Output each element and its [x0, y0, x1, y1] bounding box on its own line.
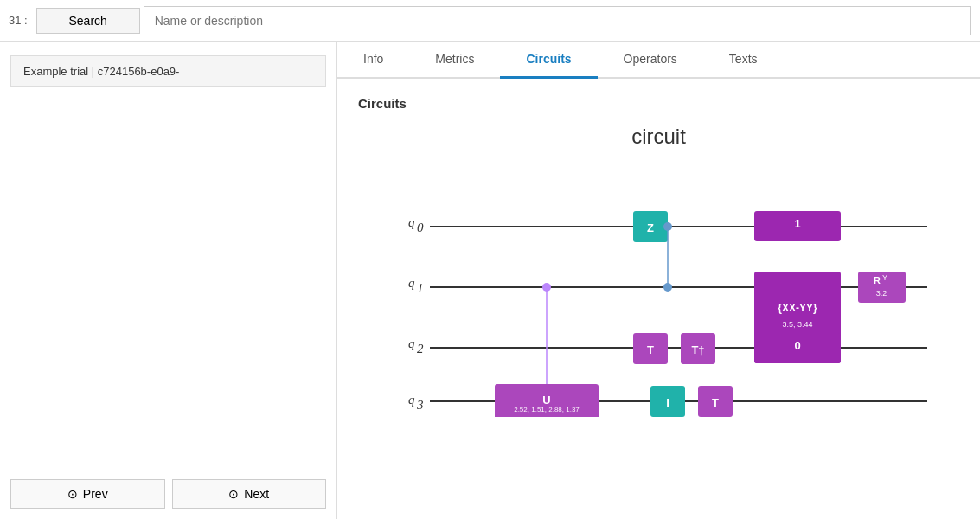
- gate-U-params: 2.52, 1.51, 2.88, 1.37: [514, 406, 580, 413]
- right-panel: Info Metrics Circuits Operators Texts Ci…: [337, 42, 980, 519]
- next-button[interactable]: ⊙ Next: [172, 479, 327, 509]
- tab-operators[interactable]: Operators: [598, 42, 703, 79]
- gate-RY-params: 3.2: [875, 289, 887, 298]
- section-title: Circuits: [358, 96, 959, 111]
- top-bar: 31 : Search: [0, 0, 980, 42]
- page-number: 31 :: [9, 14, 28, 27]
- prev-button[interactable]: ⊙ Prev: [10, 479, 165, 509]
- gate-RY-subscript: Y: [881, 273, 887, 282]
- qubit-3-sub: 3: [416, 398, 424, 412]
- circuit-container: circuit q 0 q 1 q 2 q 3: [358, 125, 959, 417]
- main-layout: Example trial | c724156b-e0a9- ⊙ Prev ⊙ …: [0, 42, 980, 519]
- tab-circuits[interactable]: Circuits: [500, 42, 597, 79]
- gate-RY-label: R: [874, 275, 881, 285]
- gate-XXYY-params: 3.5, 3.44: [782, 320, 812, 329]
- circuit-svg: q 0 q 1 q 2 q 3: [358, 175, 959, 417]
- prev-arrow-icon: ⊙: [67, 487, 78, 501]
- tab-texts[interactable]: Texts: [703, 42, 784, 79]
- next-label: Next: [244, 487, 269, 501]
- content-area: Circuits circuit q 0 q 1 q 2 q 3: [337, 79, 980, 519]
- qubit-2-sub: 2: [417, 342, 424, 356]
- gate-T-q3-label: T: [712, 396, 719, 409]
- control-dot-U: [542, 283, 551, 292]
- connect-dot-0: [663, 222, 672, 231]
- tab-metrics[interactable]: Metrics: [409, 42, 500, 79]
- qubit-1-label: q: [408, 276, 415, 290]
- circuit-title: circuit: [631, 125, 686, 149]
- gate-T-q2-label: T: [647, 343, 654, 356]
- prev-label: Prev: [83, 487, 108, 501]
- gate-XXYY-top-label: 1: [794, 217, 800, 230]
- gate-Tdagger-label: T†: [691, 343, 704, 356]
- trial-item[interactable]: Example trial | c724156b-e0a9-: [10, 55, 326, 87]
- gate-U-label: U: [542, 394, 550, 407]
- gate-I-label: I: [666, 396, 669, 409]
- gate-XXYY-bottom-label: 0: [794, 339, 800, 352]
- qubit-3-label: q: [408, 393, 415, 407]
- bottom-nav: ⊙ Prev ⊙ Next: [0, 469, 336, 519]
- tab-info[interactable]: Info: [337, 42, 409, 79]
- gate-XXYY-label: {XX-YY}: [778, 302, 817, 314]
- tab-bar: Info Metrics Circuits Operators Texts: [337, 42, 980, 79]
- connect-dot-1: [663, 283, 672, 292]
- search-input[interactable]: [144, 6, 971, 35]
- qubit-0-label: q: [408, 215, 415, 229]
- gate-Z-label: Z: [647, 221, 654, 234]
- qubit-1-sub: 1: [417, 281, 424, 295]
- search-button[interactable]: Search: [36, 8, 140, 34]
- left-panel: Example trial | c724156b-e0a9- ⊙ Prev ⊙ …: [0, 42, 337, 519]
- qubit-0-sub: 0: [417, 221, 424, 234]
- qubit-2-label: q: [408, 336, 415, 350]
- next-arrow-icon: ⊙: [228, 487, 239, 501]
